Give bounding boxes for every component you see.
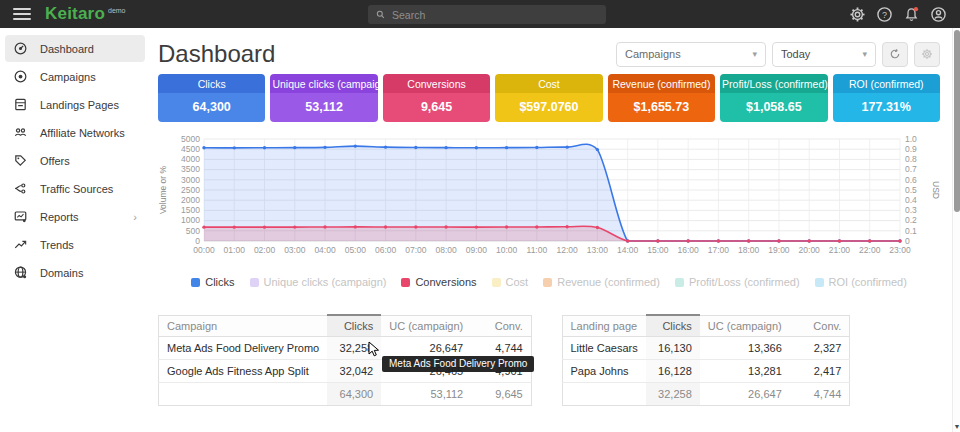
legend-item-roi-confirmed-[interactable]: ROI (confirmed) bbox=[815, 276, 907, 288]
column-header-conv-[interactable]: Conv. bbox=[471, 315, 531, 337]
branch-icon bbox=[13, 181, 28, 196]
globe-icon bbox=[13, 265, 28, 280]
search-input[interactable] bbox=[392, 9, 599, 21]
row-label: Meta Ads Food Delivery Promo bbox=[159, 337, 328, 360]
legend-item-profit-loss-confirmed-[interactable]: Profit/Loss (confirmed) bbox=[675, 276, 800, 288]
page-header: Dashboard Campaigns ▾ Today ▾ bbox=[158, 36, 940, 72]
svg-text:02:00: 02:00 bbox=[254, 245, 276, 255]
sidebar-item-reports[interactable]: Reports › bbox=[5, 203, 145, 230]
legend-item-clicks[interactable]: Clicks bbox=[191, 276, 234, 288]
metric-value: 64,300 bbox=[158, 93, 265, 122]
metric-card-clicks: Clicks 64,300 bbox=[158, 74, 265, 122]
settings-gear-icon[interactable] bbox=[849, 6, 866, 23]
sidebar-item-landings-pages[interactable]: Landings Pages bbox=[5, 91, 145, 118]
landings-table: Landing pageClicksUC (campaign)Conv.Litt… bbox=[562, 314, 941, 406]
help-icon[interactable]: ? bbox=[876, 6, 893, 23]
hamburger-menu-icon[interactable] bbox=[13, 8, 31, 20]
header-controls: Campaigns ▾ Today ▾ bbox=[616, 42, 940, 67]
legend-swatch bbox=[250, 278, 259, 287]
landing-row[interactable]: Little Caesars16,13013,3662,327 bbox=[562, 337, 850, 360]
svg-text:06:00: 06:00 bbox=[375, 245, 397, 255]
metric-value: 9,645 bbox=[383, 93, 490, 122]
svg-text:1.0: 1.0 bbox=[905, 134, 917, 144]
sidebar-item-traffic-sources[interactable]: Traffic Sources bbox=[5, 175, 145, 202]
chevron-down-icon: ▾ bbox=[852, 49, 867, 59]
column-header-uc-campaign-[interactable]: UC (campaign) bbox=[381, 315, 471, 337]
page-scrollbar[interactable]: ▼ bbox=[952, 28, 960, 432]
column-header-uc-campaign-[interactable]: UC (campaign) bbox=[700, 315, 790, 337]
svg-text:?: ? bbox=[882, 9, 887, 19]
sidebar-nav: Dashboard Campaigns Landings Pages Affil… bbox=[0, 28, 150, 432]
svg-text:0.5: 0.5 bbox=[905, 185, 917, 195]
column-header-campaign[interactable]: Campaign bbox=[159, 315, 328, 337]
sidebar-item-label: Domains bbox=[40, 267, 83, 279]
svg-text:500: 500 bbox=[186, 226, 200, 236]
legend-item-cost[interactable]: Cost bbox=[492, 276, 529, 288]
brand-logo[interactable]: Keitarodemo bbox=[31, 4, 126, 24]
metric-value: $597.0760 bbox=[495, 93, 602, 122]
svg-text:12:00: 12:00 bbox=[556, 245, 578, 255]
page-title: Dashboard bbox=[158, 40, 275, 68]
svg-text:2500: 2500 bbox=[181, 185, 200, 195]
sidebar-item-affiliate-networks[interactable]: Affiliate Networks bbox=[5, 119, 145, 146]
row-label: Papa Johns bbox=[562, 360, 646, 383]
campaigns-filter-value: Campaigns bbox=[625, 48, 681, 60]
svg-text:4000: 4000 bbox=[181, 154, 200, 164]
svg-text:3500: 3500 bbox=[181, 164, 200, 174]
sidebar-item-domains[interactable]: Domains bbox=[5, 259, 145, 286]
totals-row: 32,25826,6474,744 bbox=[562, 383, 850, 406]
metric-card-unique-clicks-campaign-: Unique clicks (campaign) 53,112 bbox=[270, 74, 377, 122]
tag-icon bbox=[13, 153, 28, 168]
svg-text:0.7: 0.7 bbox=[905, 164, 917, 174]
column-header-landing-page[interactable]: Landing page bbox=[562, 315, 646, 337]
campaigns-filter-select[interactable]: Campaigns ▾ bbox=[616, 42, 766, 67]
date-range-select[interactable]: Today ▾ bbox=[772, 42, 876, 67]
chart-canvas: 00:0001:0002:0003:0004:0005:0006:0007:00… bbox=[158, 133, 940, 263]
column-header-clicks[interactable]: Clicks bbox=[646, 315, 700, 337]
metric-card-conversions: Conversions 9,645 bbox=[383, 74, 490, 122]
svg-text:17:00: 17:00 bbox=[708, 245, 730, 255]
svg-text:15:00: 15:00 bbox=[647, 245, 669, 255]
legend-item-unique-clicks-campaign-[interactable]: Unique clicks (campaign) bbox=[250, 276, 387, 288]
column-header-clicks[interactable]: Clicks bbox=[327, 315, 381, 337]
sidebar-item-trends[interactable]: Trends bbox=[5, 231, 145, 258]
sidebar-item-label: Offers bbox=[40, 155, 70, 167]
chevron-down-icon: ▾ bbox=[742, 49, 757, 59]
scroll-down-arrow-icon[interactable]: ▼ bbox=[953, 423, 960, 430]
legend-label: Clicks bbox=[205, 276, 234, 288]
metric-card-roi-confirmed-: ROI (confirmed) 177.31% bbox=[833, 74, 940, 122]
legend-label: Profit/Loss (confirmed) bbox=[689, 276, 800, 288]
svg-text:01:00: 01:00 bbox=[224, 245, 246, 255]
svg-text:0.4: 0.4 bbox=[905, 195, 917, 205]
row-value: 32,042 bbox=[327, 360, 381, 383]
chevron-right-icon: › bbox=[133, 211, 137, 223]
global-search[interactable] bbox=[368, 5, 606, 24]
svg-text:07:00: 07:00 bbox=[405, 245, 427, 255]
scrollbar-thumb[interactable] bbox=[954, 30, 960, 212]
landing-row[interactable]: Papa Johns16,12813,2812,417 bbox=[562, 360, 850, 383]
sidebar-item-offers[interactable]: Offers bbox=[5, 147, 145, 174]
column-header-conv-[interactable]: Conv. bbox=[790, 315, 850, 337]
legend-item-conversions[interactable]: Conversions bbox=[401, 276, 476, 288]
account-icon[interactable] bbox=[930, 6, 947, 23]
legend-label: Conversions bbox=[415, 276, 476, 288]
svg-text:0.9: 0.9 bbox=[905, 144, 917, 154]
svg-text:0: 0 bbox=[195, 236, 200, 246]
metric-value: 177.31% bbox=[833, 93, 940, 122]
notifications-bell-icon[interactable] bbox=[903, 6, 920, 23]
dashboard-settings-button[interactable] bbox=[914, 42, 940, 67]
legend-label: ROI (confirmed) bbox=[829, 276, 907, 288]
legend-label: Cost bbox=[506, 276, 529, 288]
legend-item-revenue-confirmed-[interactable]: Revenue (confirmed) bbox=[543, 276, 660, 288]
sidebar-item-dashboard[interactable]: Dashboard bbox=[5, 35, 145, 62]
svg-text:03:00: 03:00 bbox=[284, 245, 306, 255]
row-value: 2,417 bbox=[790, 360, 850, 383]
svg-text:14:00: 14:00 bbox=[617, 245, 639, 255]
svg-text:13:00: 13:00 bbox=[587, 245, 609, 255]
refresh-button[interactable] bbox=[882, 42, 908, 67]
target-icon bbox=[13, 69, 28, 84]
row-value: 13,366 bbox=[700, 337, 790, 360]
sidebar-item-campaigns[interactable]: Campaigns bbox=[5, 63, 145, 90]
row-label: Little Caesars bbox=[562, 337, 646, 360]
metric-label: Clicks bbox=[158, 74, 265, 93]
